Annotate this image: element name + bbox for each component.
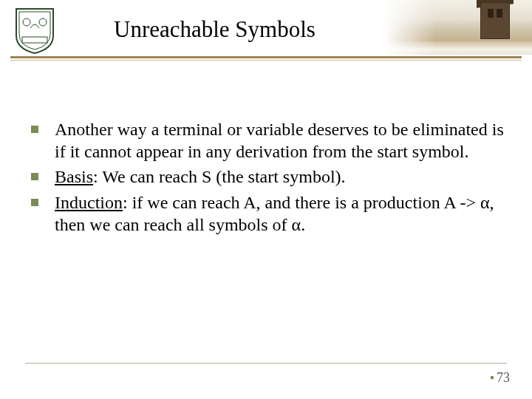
footer-rule [25, 363, 507, 364]
university-logo [13, 6, 56, 55]
slide-title: Unreachable Symbols [114, 16, 316, 43]
page-number-value: 73 [497, 370, 510, 385]
bullet-text: Another way a terminal or variable deser… [55, 120, 504, 161]
header-photo [384, 0, 532, 55]
bullet-underlined: Induction [55, 193, 123, 212]
header-rule [10, 56, 522, 58]
bullet-text: : We can reach S (the start symbol). [93, 167, 346, 186]
bullet-underlined: Basis [55, 167, 93, 186]
list-item: Another way a terminal or variable deser… [27, 118, 505, 163]
list-item: Basis: We can reach S (the start symbol)… [27, 166, 505, 188]
bullet-icon [31, 173, 38, 180]
page-number: 73 [491, 370, 510, 386]
slide-header: Unreachable Symbols [0, 0, 532, 65]
list-item: Induction: if we can reach A, and there … [27, 191, 505, 236]
bullet-icon [31, 199, 38, 206]
page-number-bullet-icon [491, 376, 494, 379]
header-rule-thin [10, 60, 522, 61]
bullet-list: Another way a terminal or variable deser… [27, 118, 505, 236]
slide-body: Another way a terminal or variable deser… [27, 118, 505, 239]
bullet-icon [31, 126, 38, 133]
